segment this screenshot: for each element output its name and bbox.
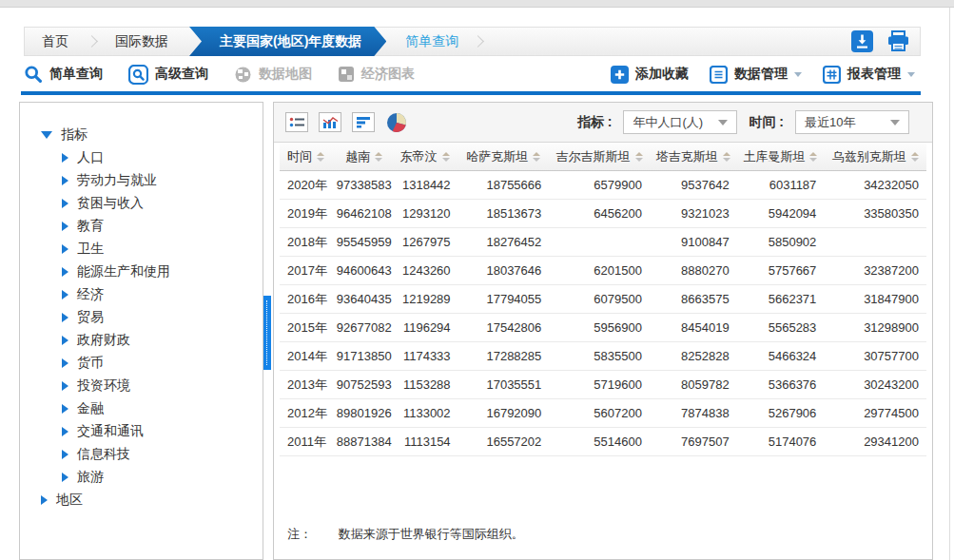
toolbar-right-group: 添加收藏 数据管理 报表管理 xyxy=(590,66,915,84)
chevron-right-icon xyxy=(62,450,68,459)
sort-icon[interactable] xyxy=(375,152,382,162)
sidebar-item-3[interactable]: 教育 xyxy=(20,215,263,238)
column-header-6[interactable]: 土库曼斯坦 xyxy=(737,143,825,170)
value-cell: 94600643 xyxy=(337,257,392,284)
value-cell: 90752593 xyxy=(337,371,392,398)
sidebar-item-7[interactable]: 贸易 xyxy=(20,306,263,329)
advanced-search-icon xyxy=(128,65,148,85)
indicator-filter-label: 指标 : xyxy=(577,114,613,131)
sidebar-item-14[interactable]: 旅游 xyxy=(20,466,263,489)
sidebar-item-1[interactable]: 劳动力与就业 xyxy=(20,169,263,192)
value-cell: 30243200 xyxy=(824,371,926,398)
econ-chart-button[interactable]: 经济图表 xyxy=(338,66,415,83)
table-row: 2017年94600643124326018037646620150088802… xyxy=(280,257,926,285)
breadcrumb-separator-icon xyxy=(472,35,484,48)
column-header-7[interactable]: 乌兹别克斯坦 xyxy=(824,143,926,170)
sidebar-item-10[interactable]: 投资环境 xyxy=(20,375,263,397)
sidebar-item-11[interactable]: 金融 xyxy=(20,397,263,420)
view-bar-chart-button[interactable] xyxy=(319,112,341,132)
sidebar-item-5[interactable]: 能源生产和使用 xyxy=(20,261,263,283)
sidebar-item-2[interactable]: 贫困与收入 xyxy=(20,192,263,215)
simple-query-button[interactable]: 简单查询 xyxy=(24,65,103,84)
sort-icon[interactable] xyxy=(442,152,450,162)
sidebar-item-8[interactable]: 政府财政 xyxy=(20,329,263,352)
sort-icon[interactable] xyxy=(635,152,643,162)
add-favorite-button[interactable]: 添加收藏 xyxy=(611,66,689,84)
sidebar-item-13[interactable]: 信息科技 xyxy=(20,443,263,466)
dropdown-caret-icon xyxy=(794,72,802,77)
breadcrumb-home[interactable]: 首页 xyxy=(25,33,86,50)
sidebar-item-6[interactable]: 经济 xyxy=(20,283,263,306)
breadcrumb-simple-query-link[interactable]: 简单查询 xyxy=(405,33,458,50)
time-select[interactable]: 最近10年 xyxy=(795,110,909,134)
sidebar-scrollbar-thumb[interactable] xyxy=(263,296,271,370)
column-header-3[interactable]: 哈萨克斯坦 xyxy=(458,143,549,170)
value-cell: 34232050 xyxy=(824,171,926,199)
table-row: 2014年91713850117433317288285583550082528… xyxy=(280,342,926,371)
dropdown-caret-icon xyxy=(718,120,728,126)
view-list-button[interactable] xyxy=(285,112,308,132)
download-icon xyxy=(851,30,873,52)
view-pie-chart-button[interactable] xyxy=(386,112,407,133)
view-hbar-chart-icon xyxy=(356,116,372,128)
chevron-right-icon xyxy=(62,336,68,345)
data-manage-button[interactable]: 数据管理 xyxy=(710,66,802,84)
sort-icon[interactable] xyxy=(723,152,730,162)
sort-icon[interactable] xyxy=(317,152,324,162)
column-header-5[interactable]: 塔吉克斯坦 xyxy=(650,143,737,170)
value-cell: 5466324 xyxy=(737,342,825,370)
column-header-label: 乌兹别克斯坦 xyxy=(832,143,906,170)
sidebar-item-0[interactable]: 人口 xyxy=(20,146,263,169)
value-cell: 5174076 xyxy=(737,428,825,455)
chevron-right-icon xyxy=(62,267,68,277)
time-filter-label: 时间 : xyxy=(749,114,784,131)
column-header-0[interactable]: 时间 xyxy=(280,143,337,170)
view-hbar-chart-button[interactable] xyxy=(352,112,375,132)
sidebar-item-12[interactable]: 交通和通讯 xyxy=(20,420,263,443)
sidebar-item-indicators[interactable]: 指标 xyxy=(20,124,263,146)
sort-icon[interactable] xyxy=(911,152,919,162)
value-cell: 7874838 xyxy=(650,399,737,427)
breadcrumb-international-data[interactable]: 国际数据 xyxy=(98,33,185,50)
value-cell: 1267975 xyxy=(392,228,458,256)
page-right-border xyxy=(949,8,950,560)
table-row: 2020年97338583131844218755666657990095376… xyxy=(280,171,926,200)
report-manage-button[interactable]: 报表管理 xyxy=(823,66,915,84)
column-header-label: 吉尔吉斯斯坦 xyxy=(556,143,631,170)
column-header-4[interactable]: 吉尔吉斯斯坦 xyxy=(549,143,650,170)
sidebar-tree: 指标 人口 劳动力与就业 贫困与收入 教育 卫生 能源生产和使用 经济 贸易 政… xyxy=(20,124,263,512)
header-actions xyxy=(851,30,910,52)
note-text: 数据来源于世界银行等国际组织。 xyxy=(339,527,524,541)
value-cell: 5565283 xyxy=(737,314,825,341)
column-header-2[interactable]: 东帝汶 xyxy=(392,143,458,170)
value-cell: 32387200 xyxy=(824,257,926,284)
breadcrumb-active-tab[interactable]: 主要国家(地区)年度数据 xyxy=(189,27,386,56)
sidebar-item-label: 政府财政 xyxy=(77,332,130,349)
sidebar-item-4[interactable]: 卫生 xyxy=(20,238,263,261)
data-map-icon xyxy=(234,66,252,84)
advanced-query-button[interactable]: 高级查询 xyxy=(128,65,208,85)
value-cell: 29774500 xyxy=(824,399,926,427)
value-cell: 17035551 xyxy=(458,371,550,398)
sort-icon[interactable] xyxy=(809,152,817,162)
data-map-button[interactable]: 数据地图 xyxy=(234,66,312,84)
column-header-1[interactable]: 越南 xyxy=(337,143,392,170)
breadcrumb: 首页 国际数据 主要国家(地区)年度数据 简单查询 xyxy=(24,27,921,56)
table-row: 2012年89801926113300216792090560720078748… xyxy=(280,399,926,428)
indicator-select[interactable]: 年中人口(人) xyxy=(623,110,737,134)
value-cell: 1153288 xyxy=(392,371,458,398)
sidebar-item-label: 卫生 xyxy=(77,241,104,258)
sidebar-item-region[interactable]: 地区 xyxy=(20,489,263,512)
chevron-right-icon xyxy=(62,176,68,185)
value-cell: 1196294 xyxy=(392,314,458,341)
table-row: 2016年93640435121928917794055607950086635… xyxy=(280,285,926,314)
download-button[interactable] xyxy=(851,30,873,52)
value-cell: 1243260 xyxy=(392,257,458,284)
year-cell: 2015年 xyxy=(280,314,337,341)
table-header: 时间 越南 东帝汶 哈萨克斯坦 吉尔吉斯斯坦 塔吉克斯坦 土库曼斯坦 乌兹别克斯… xyxy=(280,143,926,171)
sidebar-item-label: 信息科技 xyxy=(77,446,130,463)
value-cell: 1174333 xyxy=(392,342,458,370)
sidebar-item-9[interactable]: 货币 xyxy=(20,352,263,375)
print-button[interactable] xyxy=(886,30,910,52)
sort-icon[interactable] xyxy=(533,152,540,162)
